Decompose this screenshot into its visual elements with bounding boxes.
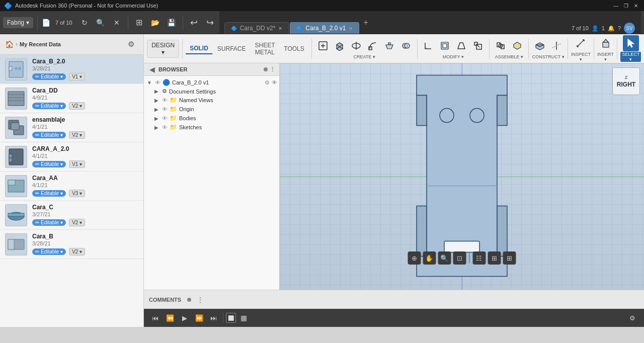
badge-arrow[interactable]: ▾	[60, 132, 63, 138]
badge-arrow[interactable]: ▾	[60, 191, 63, 196]
save-button[interactable]: 💾	[165, 16, 179, 30]
tree-arrow[interactable]: ▶	[153, 125, 160, 130]
select-button[interactable]	[623, 35, 639, 51]
tab-cara-dd[interactable]: 🔷 Cara_DD v2* ✕	[224, 22, 289, 34]
play-last-button[interactable]: ⏭	[207, 311, 220, 324]
eye-icon[interactable]: 👁	[162, 97, 168, 103]
list-item[interactable]: Cara_B 3/28/21 ✏ Editable ▾ V2 ▾	[0, 230, 143, 259]
comments-menu[interactable]: ⋮	[197, 296, 203, 303]
scale-button[interactable]	[470, 38, 486, 54]
zoom-button[interactable]: 🔍	[438, 251, 451, 265]
list-item[interactable]: Cara_C 3/27/21 ✏ Editable ▾ V2 ▾	[0, 201, 143, 230]
badge-arrow[interactable]: ▾	[60, 220, 63, 225]
badge-arrow[interactable]: ▾	[60, 161, 63, 167]
tree-item[interactable]: ▶ 👁 📁 Named Views	[144, 96, 279, 105]
pan-button[interactable]: ✋	[423, 251, 436, 265]
rigid-joint-button[interactable]	[509, 38, 525, 54]
tree-item[interactable]: ▶ ⚙ Document Settings	[144, 87, 279, 96]
search-button[interactable]: 🔍	[94, 16, 108, 30]
version-badge[interactable]: V2 ▾	[69, 131, 85, 139]
eye-icon[interactable]: 👁	[162, 115, 168, 121]
list-item[interactable]: CARA_A_2.0 4/1/21 ✏ Editable ▾ V1 ▾	[0, 142, 143, 172]
eye-icon[interactable]: 👁	[162, 106, 168, 112]
insert-button[interactable]	[598, 35, 614, 51]
minimize-button[interactable]: —	[612, 2, 620, 10]
tree-arrow[interactable]: ▶	[153, 89, 160, 94]
grid-button[interactable]: ⊞	[488, 251, 501, 265]
fabrig-menu-button[interactable]: Fabrig ▾	[3, 17, 33, 28]
tab-cara-b[interactable]: 🔷 Cara_B_2.0 v1 ✕	[290, 22, 359, 34]
play-button[interactable]: ▶	[178, 311, 191, 324]
eye-icon-2[interactable]: 👁	[272, 79, 277, 85]
frame-multi-button[interactable]: ▦	[237, 311, 251, 324]
sketch-button[interactable]	[315, 38, 331, 54]
maximize-button[interactable]: ❐	[622, 2, 630, 10]
play-first-button[interactable]: ⏮	[149, 311, 162, 324]
cancel-button[interactable]: ✕	[110, 16, 124, 30]
combine-button[interactable]	[398, 38, 414, 54]
joint-button[interactable]	[493, 38, 509, 54]
refresh-button[interactable]: ↻	[77, 16, 92, 30]
version-badge[interactable]: V3 ▾	[69, 190, 85, 197]
frame-select-button[interactable]: ⬜	[226, 313, 236, 323]
shell-button[interactable]	[437, 38, 453, 54]
tree-item[interactable]: ▶ 👁 📁 Sketches	[144, 123, 279, 132]
sweep-button[interactable]	[365, 38, 381, 54]
badge-arrow[interactable]: ▾	[60, 249, 63, 254]
settings-button[interactable]: ⚙	[124, 37, 138, 51]
orbit-button[interactable]: ⊕	[408, 251, 421, 265]
redo-button[interactable]: ↪	[203, 16, 217, 30]
tab-close-button[interactable]: ✕	[278, 26, 282, 31]
eye-icon[interactable]: 👁	[155, 79, 160, 85]
counter-button[interactable]: 7 of 10	[52, 16, 75, 30]
sheet-metal-tab[interactable]: SHEET METAL	[251, 40, 279, 57]
eye-icon[interactable]: 👁	[162, 124, 168, 130]
home-icon[interactable]: 🏠	[5, 40, 14, 48]
version-badge[interactable]: V1 ▾	[69, 73, 85, 80]
revolve-button[interactable]	[348, 38, 364, 54]
browser-collapse-button[interactable]: ◀	[148, 65, 156, 73]
close-button[interactable]: ✕	[632, 2, 640, 10]
tree-arrow[interactable]: ▼	[146, 80, 153, 85]
grid-view-button[interactable]: ⊞	[132, 16, 146, 30]
measure-button[interactable]	[573, 35, 589, 51]
view-cube[interactable]: Z RIGHT	[612, 67, 640, 95]
loft-button[interactable]	[381, 38, 397, 54]
badge-arrow[interactable]: ▾	[60, 74, 63, 79]
tab-close-button-2[interactable]: ✕	[349, 26, 353, 31]
surface-tab[interactable]: SURFACE	[213, 44, 250, 54]
browser-menu-icon[interactable]: ⋮	[270, 66, 275, 73]
tree-arrow[interactable]: ▶	[153, 116, 160, 121]
version-badge[interactable]: V2 ▾	[69, 102, 85, 110]
solid-tab[interactable]: SOLID	[186, 43, 212, 54]
settings-icon[interactable]: ⚙	[265, 79, 270, 86]
version-badge[interactable]: V2 ▾	[69, 248, 85, 255]
tree-item[interactable]: ▶ 👁 📁 Origin	[144, 105, 279, 114]
tree-arrow[interactable]: ▶	[153, 107, 160, 112]
version-badge[interactable]: V2 ▾	[69, 219, 85, 226]
list-item[interactable]: Cara_B_2.0 3/28/21 ✏ Editable ▾ V1 ▾	[0, 55, 143, 84]
plane-button[interactable]	[532, 38, 548, 54]
list-item[interactable]: Cara_AA 4/1/21 ✏ Editable ▾ V3 ▾	[0, 172, 143, 201]
add-tab-button[interactable]: +	[360, 18, 371, 27]
version-badge[interactable]: V1 ▾	[69, 160, 85, 168]
snap-button[interactable]: ⊞	[503, 251, 516, 265]
extrude-button[interactable]	[332, 38, 348, 54]
tools-tab[interactable]: TOOLS	[280, 44, 308, 54]
draft-button[interactable]	[453, 38, 469, 54]
list-item[interactable]: ensamblaje 4/1/21 ✏ Editable ▾ V2 ▾	[0, 113, 143, 142]
undo-button[interactable]: ↩	[187, 16, 201, 30]
display-mode-button[interactable]: ☷	[472, 251, 486, 265]
play-next-button[interactable]: ⏩	[193, 311, 206, 324]
tree-item[interactable]: ▶ 👁 📁 Bodies	[144, 114, 279, 123]
badge-arrow[interactable]: ▾	[60, 103, 63, 109]
open-button[interactable]: 📂	[148, 16, 163, 30]
axis-button[interactable]	[548, 38, 565, 54]
viewport-3d[interactable]: Z RIGHT ⊕ ✋ 🔍 ⊡ ☷ ⊞ ⊞	[280, 63, 644, 290]
tree-arrow[interactable]: ▶	[153, 98, 160, 103]
list-item[interactable]: Cara_DD 4/9/21 ✏ Editable ▾ V2 ▾	[0, 84, 143, 113]
zoom-fit-button[interactable]: ⊡	[453, 251, 466, 265]
play-prev-button[interactable]: ⏪	[164, 311, 177, 324]
fillet-button[interactable]	[420, 38, 436, 54]
design-menu-button[interactable]: DESIGN ▾	[147, 40, 179, 58]
